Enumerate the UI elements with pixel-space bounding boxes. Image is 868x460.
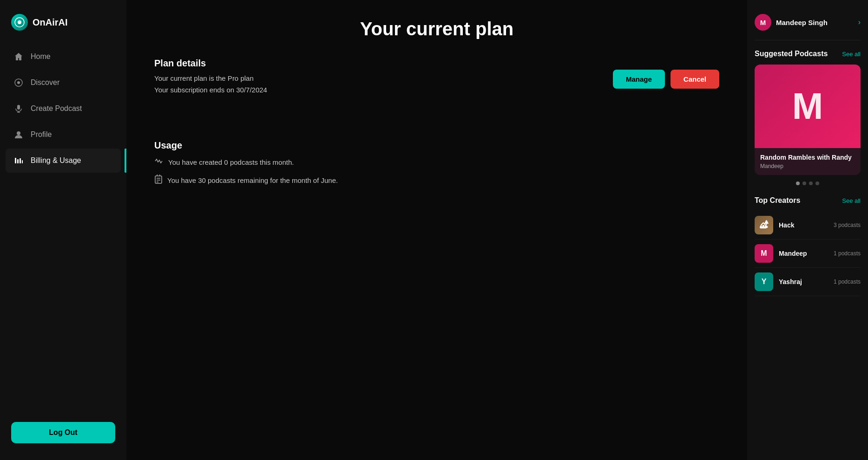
- podcasts-created-text: You have created 0 podcasts this month.: [168, 158, 294, 166]
- creator-avatar-mandeep: M: [755, 244, 773, 263]
- suggested-podcasts-section: Suggested Podcasts See all M Random Ramb…: [755, 50, 861, 194]
- carousel-dots: [755, 181, 861, 185]
- creator-count-yashraj: 1 podcasts: [834, 279, 861, 285]
- chevron-right-icon: ›: [858, 18, 861, 26]
- svg-point-7: [17, 131, 20, 135]
- right-panel: M Mandeep Singh › Suggested Podcasts See…: [747, 0, 868, 460]
- home-icon: [13, 51, 24, 62]
- plan-actions: Manage Cancel: [613, 70, 719, 89]
- hack-icon: 🏕: [755, 216, 773, 234]
- microphone-icon: [13, 103, 24, 114]
- sidebar: OnAirAI Home Discover: [0, 0, 126, 460]
- logo-icon: [11, 14, 28, 31]
- creator-name-yashraj: Yashraj: [779, 278, 828, 285]
- top-creators-label: Top Creators: [755, 196, 800, 205]
- podcast-author: Mandeep: [760, 163, 855, 169]
- suggested-podcasts-label: Suggested Podcasts: [755, 50, 828, 58]
- user-header[interactable]: M Mandeep Singh ›: [755, 9, 861, 40]
- user-avatar: M: [755, 14, 771, 31]
- usage-heading: Usage: [154, 140, 719, 151]
- svg-rect-9: [17, 159, 19, 163]
- usage-section: Usage You have created 0 podcasts this m…: [154, 140, 719, 193]
- sidebar-item-label: Billing & Usage: [31, 156, 81, 165]
- manage-button[interactable]: Manage: [613, 70, 665, 89]
- billing-icon: [13, 155, 24, 166]
- svg-rect-4: [17, 105, 20, 110]
- plan-section: Plan details Your current plan is the Pr…: [154, 58, 719, 97]
- sidebar-item-billing[interactable]: Billing & Usage: [6, 149, 121, 173]
- sidebar-item-create-podcast[interactable]: Create Podcast: [6, 97, 121, 121]
- creator-count-hack: 3 podcasts: [834, 222, 861, 228]
- sidebar-item-label: Home: [31, 52, 51, 61]
- logo-text: OnAirAI: [33, 17, 68, 28]
- podcast-card[interactable]: M Random Rambles with Randy Mandeep: [755, 65, 861, 175]
- creator-avatar-yashraj: Y: [755, 272, 773, 291]
- podcast-image-letter: M: [792, 85, 823, 128]
- podcast-info: Random Rambles with Randy Mandeep: [755, 148, 861, 175]
- svg-rect-10: [20, 158, 21, 163]
- suggested-podcasts-see-all[interactable]: See all: [842, 51, 861, 58]
- discover-icon: [13, 77, 24, 88]
- dot-3[interactable]: [809, 181, 813, 185]
- sidebar-item-label: Profile: [31, 130, 52, 139]
- svg-point-1: [18, 20, 21, 24]
- creator-item-hack[interactable]: 🏕 Hack 3 podcasts: [755, 211, 861, 240]
- user-name: Mandeep Singh: [776, 19, 854, 26]
- page-title: Your current plan: [154, 19, 719, 39]
- top-creators-header: Top Creators See all: [755, 196, 861, 205]
- creator-avatar-hack: 🏕: [755, 216, 773, 234]
- podcasts-remaining-text: You have 30 podcasts remaining for the m…: [167, 176, 338, 184]
- main-content: Your current plan Plan details Your curr…: [126, 0, 747, 460]
- clipboard-icon: [154, 175, 163, 186]
- creator-item-mandeep[interactable]: M Mandeep 1 podcasts: [755, 240, 861, 268]
- sidebar-item-discover[interactable]: Discover: [6, 71, 121, 95]
- creator-name-mandeep: Mandeep: [779, 250, 828, 257]
- logo-area: OnAirAI: [0, 9, 126, 45]
- sidebar-item-label: Discover: [31, 78, 59, 87]
- sidebar-item-label: Create Podcast: [31, 104, 82, 113]
- suggested-podcasts-header: Suggested Podcasts See all: [755, 50, 861, 58]
- activity-icon: [154, 156, 164, 168]
- podcast-title: Random Rambles with Randy: [760, 154, 855, 161]
- dot-4[interactable]: [815, 181, 819, 185]
- top-creators-section: Top Creators See all 🏕 Hack 3 podcasts M…: [755, 196, 861, 296]
- creator-item-yashraj[interactable]: Y Yashraj 1 podcasts: [755, 268, 861, 296]
- sidebar-item-profile[interactable]: Profile: [6, 123, 121, 147]
- creator-count-mandeep: 1 podcasts: [834, 250, 861, 257]
- sidebar-item-home[interactable]: Home: [6, 45, 121, 69]
- dot-1[interactable]: [796, 181, 800, 185]
- svg-rect-8: [15, 158, 16, 163]
- plan-details-heading: Plan details: [154, 58, 719, 69]
- usage-item-remaining: You have 30 podcasts remaining for the m…: [154, 175, 719, 186]
- nav-list: Home Discover Create Podcast: [0, 45, 126, 415]
- cancel-button[interactable]: Cancel: [671, 70, 719, 89]
- creator-name-hack: Hack: [779, 221, 828, 229]
- dot-2[interactable]: [802, 181, 806, 185]
- logout-area: Log Out: [0, 415, 126, 451]
- logout-button[interactable]: Log Out: [11, 422, 115, 443]
- podcast-image: M: [755, 65, 861, 148]
- svg-point-3: [17, 81, 20, 84]
- top-creators-see-all[interactable]: See all: [842, 197, 861, 204]
- profile-icon: [13, 129, 24, 140]
- svg-rect-11: [22, 160, 23, 163]
- usage-item-created: You have created 0 podcasts this month.: [154, 156, 719, 168]
